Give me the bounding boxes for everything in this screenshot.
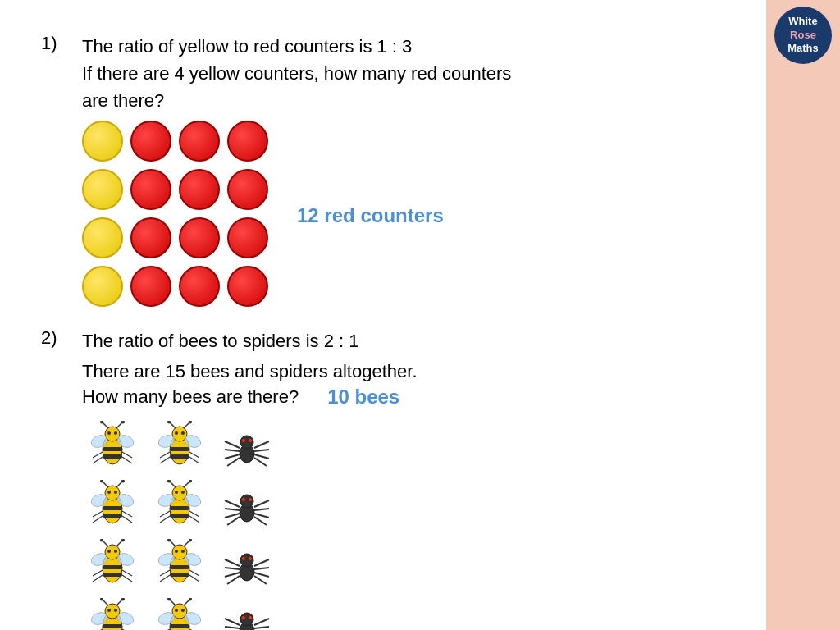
bee-cell (149, 417, 211, 474)
svg-line-28 (189, 452, 199, 458)
svg-line-169 (225, 627, 240, 628)
bee-icon (86, 480, 139, 529)
svg-line-126 (225, 573, 240, 577)
bee-cell (82, 594, 144, 630)
counter-red (130, 266, 171, 307)
q2-extra-lines: There are 15 bees and spiders altogether… (82, 361, 725, 409)
bee-cell (149, 476, 211, 533)
svg-line-108 (170, 541, 176, 546)
svg-rect-46 (103, 514, 122, 518)
svg-line-110 (184, 541, 189, 546)
svg-point-147 (114, 609, 117, 612)
svg-point-74 (175, 491, 178, 494)
svg-line-129 (254, 568, 269, 569)
svg-point-122 (242, 557, 245, 560)
svg-line-4 (103, 422, 108, 428)
bee-cell (82, 535, 144, 592)
svg-line-131 (254, 576, 267, 584)
counter-red (227, 266, 268, 307)
svg-point-79 (249, 498, 252, 501)
svg-line-13 (122, 457, 132, 463)
q2-number: 2) (41, 327, 82, 349)
bee-cell (82, 476, 144, 533)
svg-rect-18 (170, 454, 189, 459)
q2-line2: There are 15 bees and spiders altogether… (82, 361, 725, 382)
svg-point-118 (175, 550, 178, 553)
q2-header: 2) The ratio of bees to spiders is 2 : 1 (41, 327, 725, 354)
svg-line-87 (254, 517, 267, 525)
svg-line-42 (254, 454, 269, 459)
insect-section (82, 417, 725, 630)
svg-point-166 (242, 616, 245, 619)
svg-line-36 (225, 441, 240, 448)
svg-rect-62 (170, 514, 189, 518)
svg-line-168 (225, 619, 240, 625)
svg-point-165 (240, 613, 253, 626)
q2-line3-row: How many bees are there? 10 bees (82, 386, 725, 409)
svg-line-172 (254, 619, 269, 625)
bee-icon (153, 598, 207, 630)
svg-line-48 (103, 482, 108, 487)
counter-red (130, 169, 171, 210)
svg-line-128 (254, 559, 269, 566)
svg-line-39 (227, 458, 240, 466)
bee-cell (82, 417, 144, 474)
svg-line-55 (93, 516, 103, 523)
svg-point-102 (107, 550, 111, 553)
svg-line-92 (103, 541, 108, 546)
svg-point-146 (107, 609, 111, 612)
svg-line-86 (254, 514, 269, 518)
svg-point-58 (107, 491, 111, 494)
logo-line2: Rose (790, 29, 816, 43)
q1-line3-row: are there? (82, 87, 511, 114)
svg-line-114 (160, 570, 170, 576)
bee-cell (149, 594, 211, 630)
svg-line-138 (116, 600, 122, 605)
q2-answer: 10 bees (327, 386, 399, 409)
spider-icon (221, 539, 274, 588)
svg-point-119 (181, 550, 185, 553)
q2-line1: The ratio of bees to spiders is 2 : 1 (82, 327, 359, 354)
svg-line-56 (122, 511, 132, 517)
svg-line-70 (160, 511, 170, 517)
svg-line-98 (93, 570, 103, 576)
spider-cell (217, 417, 278, 474)
svg-line-84 (254, 500, 269, 507)
counter-red (227, 217, 268, 258)
svg-line-125 (225, 568, 240, 569)
spider-icon (221, 480, 274, 529)
counter-yellow (82, 121, 123, 162)
svg-line-22 (184, 422, 189, 428)
q2-line3: How many bees are there? (82, 386, 299, 408)
q1-number: 1) (41, 33, 82, 54)
svg-line-94 (116, 541, 122, 546)
svg-line-136 (103, 600, 108, 605)
counter-yellow (82, 217, 123, 258)
svg-point-31 (181, 431, 185, 435)
q1-line3: are there? (82, 87, 164, 114)
svg-line-37 (225, 450, 240, 451)
spider-icon (221, 421, 274, 470)
svg-rect-2 (103, 454, 122, 459)
logo-line3: Maths (788, 42, 819, 56)
svg-line-26 (160, 452, 170, 458)
svg-line-64 (170, 482, 176, 487)
svg-line-154 (184, 600, 189, 605)
svg-line-10 (93, 452, 103, 458)
counter-red (130, 217, 171, 258)
svg-line-66 (184, 482, 189, 487)
svg-line-81 (225, 509, 240, 510)
q1-header: 1) The ratio of yellow to red counters i… (41, 33, 725, 114)
main-content: 1) The ratio of yellow to red counters i… (0, 0, 766, 630)
svg-point-167 (249, 616, 252, 619)
bee-icon (153, 539, 207, 588)
svg-point-121 (240, 554, 253, 567)
svg-line-6 (116, 422, 122, 428)
svg-line-124 (225, 559, 240, 566)
svg-rect-106 (170, 573, 189, 577)
q1-line2: If there are 4 yellow counters, how many… (82, 60, 511, 87)
svg-line-71 (160, 516, 170, 523)
svg-point-59 (114, 491, 117, 494)
svg-line-11 (93, 457, 103, 463)
svg-line-54 (93, 511, 103, 517)
